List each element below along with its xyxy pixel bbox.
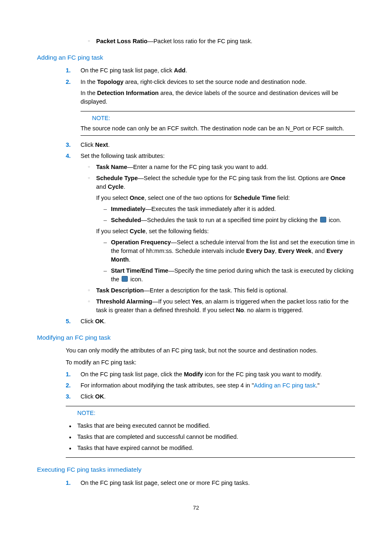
step-3: 3. Click Next.: [66, 141, 355, 149]
step-4: 4. Set the following task attributes: Ta…: [66, 152, 355, 315]
paragraph: To modify an FC ping task:: [66, 358, 355, 367]
list-item: Schedule Type—Select the schedule type f…: [88, 174, 355, 284]
step-number: 5.: [66, 317, 71, 326]
add-steps-list-cont: 3. Click Next. 4. Set the following task…: [37, 141, 355, 326]
list-item: Tasks that are being executed cannot be …: [66, 422, 355, 430]
heading-executing-fc-ping-tasks: Executing FC ping tasks immediately: [37, 465, 355, 474]
text: For information about modifying the task…: [81, 382, 320, 389]
link-adding-fc-ping-task[interactable]: Adding an FC ping task: [254, 382, 316, 389]
step-2: 2. In the Topology area, right-click dev…: [66, 78, 355, 106]
step-number: 2.: [66, 381, 71, 390]
list-item: Start Time/End Time—Specify the time per…: [104, 266, 355, 284]
term: Packet Loss Ratio: [96, 38, 148, 44]
desc: —Packet loss ratio for the FC ping task.: [148, 38, 252, 44]
step-1: 1. On the FC ping task list page, click …: [66, 66, 355, 75]
heading-adding-fc-ping-task: Adding an FC ping task: [37, 53, 355, 62]
modify-steps-list: 1. On the FC ping task list page, click …: [37, 370, 355, 401]
note-label: NOTE:: [66, 408, 355, 419]
text: Click OK.: [81, 393, 106, 400]
text: If you select Once, select one of the tw…: [96, 194, 355, 202]
paragraph: You can only modify the attributes of an…: [66, 346, 355, 355]
calendar-icon: [320, 217, 326, 222]
list-item: Tasks that are completed and successful …: [66, 433, 355, 441]
continuation-list: Packet Loss Ratio—Packet loss ratio for …: [37, 37, 355, 46]
execute-steps-list: 1. On the FC ping task list page, select…: [37, 479, 355, 487]
list-item: Packet Loss Ratio—Packet loss ratio for …: [81, 37, 355, 46]
attribute-list: Task Name—Enter a name for the FC ping t…: [88, 163, 355, 315]
note-label: NOTE:: [81, 113, 355, 124]
step-3: 3. Click OK.: [66, 392, 355, 401]
text: If you select Cycle, set the following f…: [96, 227, 355, 236]
list-item: Immediately—Executes the task immediatel…: [104, 205, 355, 213]
list-item: Threshold Alarming—If you select Yes, an…: [88, 297, 355, 315]
add-steps-list: 1. On the FC ping task list page, click …: [37, 66, 355, 106]
step-1: 1. On the FC ping task list page, select…: [66, 479, 355, 487]
step-number: 1.: [66, 370, 71, 379]
note-body: The source node can only be an FCF switc…: [81, 124, 355, 133]
step-number: 3.: [66, 392, 71, 401]
list-item: Task Description—Enter a description for…: [88, 286, 355, 295]
step-number: 1.: [66, 479, 71, 487]
list-item: Task Name—Enter a name for the FC ping t…: [88, 163, 355, 171]
note-block: NOTE: The source node can only be an FCF…: [81, 111, 355, 136]
step-2: 2. For information about modifying the t…: [66, 381, 355, 390]
step-number: 1.: [66, 66, 71, 75]
text: On the FC ping task list page, select on…: [81, 480, 250, 486]
text: Click Next.: [81, 141, 110, 148]
text: Set the following task attributes:: [81, 153, 165, 159]
text: In the Topology area, right-click device…: [81, 78, 355, 86]
calendar-icon: [122, 276, 128, 282]
step-5: 5. Click OK.: [66, 317, 355, 326]
page-number: 72: [37, 504, 355, 512]
list-item: Scheduled—Schedules the task to run at a…: [104, 216, 355, 225]
step-1: 1. On the FC ping task list page, click …: [66, 370, 355, 379]
list-item: Operation Frequency—Select a schedule in…: [104, 238, 355, 264]
text: On the FC ping task list page, click the…: [81, 371, 322, 378]
note-items: Tasks that are being executed cannot be …: [66, 422, 355, 452]
note-block: NOTE: Tasks that are being executed cann…: [66, 406, 355, 458]
heading-modifying-fc-ping-task: Modifying an FC ping task: [37, 333, 355, 342]
step-number: 3.: [66, 141, 71, 149]
step-number: 2.: [66, 78, 71, 86]
once-options: Immediately—Executes the task immediatel…: [104, 205, 355, 225]
text: On the FC ping task list page, click Add…: [81, 67, 187, 74]
cycle-options: Operation Frequency—Select a schedule in…: [104, 238, 355, 284]
step-number: 4.: [66, 152, 71, 160]
text: In the Detection Information area, the d…: [81, 89, 355, 106]
list-item: Tasks that have expired cannot be modifi…: [66, 444, 355, 452]
text: Click OK.: [81, 318, 106, 324]
